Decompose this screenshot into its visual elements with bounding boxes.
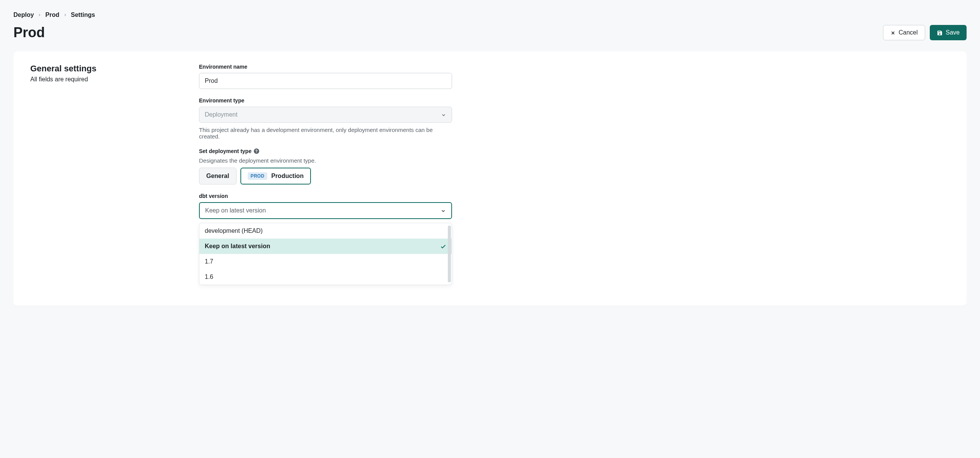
- dbt-version-option[interactable]: development (HEAD): [199, 223, 452, 239]
- env-name-label: Environment name: [199, 64, 452, 70]
- close-icon: [890, 29, 896, 36]
- check-icon: [440, 243, 446, 250]
- dbt-version-option[interactable]: 1.7: [199, 254, 452, 269]
- dbt-version-label: dbt version: [199, 193, 452, 199]
- cancel-button[interactable]: Cancel: [883, 25, 925, 40]
- env-type-value: Deployment: [205, 111, 237, 118]
- deployment-type-general[interactable]: General: [199, 168, 237, 185]
- env-type-label: Environment type: [199, 97, 452, 104]
- dbt-version-option-label: 1.6: [205, 273, 213, 280]
- page-title: Prod: [13, 25, 45, 41]
- deployment-type-production[interactable]: PROD Production: [240, 168, 311, 185]
- dbt-version-option[interactable]: Keep on latest version: [199, 239, 452, 254]
- deployment-type-label-text: Set deployment type: [199, 148, 252, 154]
- breadcrumb-link-deploy[interactable]: Deploy: [13, 12, 34, 18]
- deployment-type-sublabel: Designates the deployment environment ty…: [199, 157, 452, 164]
- chevron-down-icon: [441, 207, 446, 214]
- env-type-hint: This project already has a development e…: [199, 127, 452, 140]
- env-type-select: Deployment: [199, 107, 452, 123]
- settings-card: General settings All fields are required…: [13, 51, 967, 306]
- save-icon: [937, 29, 943, 36]
- section-heading: General settings: [30, 64, 176, 74]
- breadcrumb-current: Settings: [71, 12, 95, 18]
- field-deployment-type: Set deployment type ? Designates the dep…: [199, 148, 452, 185]
- save-button-label: Save: [946, 29, 960, 36]
- breadcrumb-link-prod[interactable]: Prod: [45, 12, 59, 18]
- scrollbar[interactable]: [448, 226, 451, 282]
- dbt-version-option-label: development (HEAD): [205, 227, 263, 234]
- section-subheading: All fields are required: [30, 76, 176, 83]
- dbt-version-option-label: Keep on latest version: [205, 243, 270, 250]
- dbt-version-option[interactable]: 1.6: [199, 269, 452, 285]
- field-env-name: Environment name: [199, 64, 452, 89]
- deployment-type-general-label: General: [206, 173, 229, 180]
- cancel-button-label: Cancel: [899, 29, 918, 36]
- deployment-type-production-label: Production: [271, 173, 303, 180]
- chevron-right-icon: [63, 13, 67, 17]
- dbt-version-dropdown: development (HEAD) Keep on latest versio…: [199, 223, 452, 285]
- chevron-down-icon: [441, 111, 446, 118]
- help-icon[interactable]: ?: [254, 148, 259, 154]
- action-buttons: Cancel Save: [883, 25, 967, 40]
- chevron-right-icon: [38, 13, 41, 17]
- save-button[interactable]: Save: [930, 25, 967, 40]
- field-dbt-version: dbt version Keep on latest version devel…: [199, 193, 452, 285]
- breadcrumb: Deploy Prod Settings: [13, 12, 967, 18]
- env-name-input[interactable]: [199, 73, 452, 89]
- dbt-version-select[interactable]: Keep on latest version: [199, 202, 452, 219]
- field-env-type: Environment type Deployment This project…: [199, 97, 452, 140]
- prod-badge: PROD: [248, 172, 268, 180]
- dbt-version-value: Keep on latest version: [205, 207, 266, 214]
- deployment-type-label: Set deployment type ?: [199, 148, 452, 154]
- dbt-version-option-label: 1.7: [205, 258, 213, 265]
